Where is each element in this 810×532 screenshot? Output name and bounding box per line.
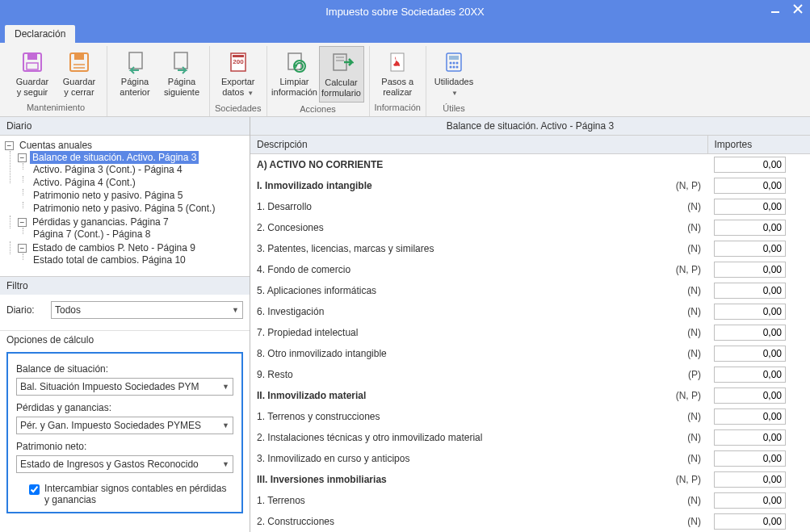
- row-description: 3. Patentes, licencias, marcas y similar…: [250, 238, 667, 259]
- tree-toggle-icon[interactable]: −: [18, 153, 27, 162]
- ribbon-group: Guardary seguirGuardary cerrarMantenimie…: [5, 46, 107, 116]
- svg-point-23: [449, 62, 451, 65]
- col-importes[interactable]: Importes: [707, 136, 810, 154]
- balance-combo[interactable]: Bal. Situación Impuesto Sociedades PYM ▼: [16, 378, 233, 396]
- tab-declaracion[interactable]: Declaración: [5, 25, 75, 43]
- row-value-cell: [707, 490, 792, 511]
- table-row: 3. Patentes, licencias, marcas y similar…: [250, 238, 810, 259]
- ribbon-button-pdf[interactable]: Pasos arealizar: [375, 46, 420, 101]
- row-description: 9. Resto: [250, 364, 667, 385]
- amount-input[interactable]: [714, 241, 786, 257]
- svg-rect-11: [174, 52, 187, 69]
- ribbon-button-clean[interactable]: Limpiarinformación: [272, 46, 317, 103]
- table-row: 4. Fondo de comercio(N, P): [250, 259, 810, 280]
- amount-input[interactable]: [714, 262, 786, 278]
- tree-view[interactable]: −Cuentas anuales −Balance de situación. …: [0, 136, 250, 277]
- row-tag: (N): [667, 238, 707, 259]
- ribbon-label: datos ▼: [222, 87, 254, 98]
- amount-input[interactable]: [714, 429, 786, 446]
- row-value-cell: [707, 280, 792, 301]
- ribbon-label: Limpiar: [279, 77, 308, 87]
- ribbon-group-title: Mantenimiento: [27, 101, 85, 113]
- amount-input[interactable]: [714, 157, 786, 173]
- row-note: [792, 301, 810, 322]
- ribbon-group: Pasos arealizarInformación: [370, 46, 426, 116]
- ribbon-button-save-close[interactable]: Guardary cerrar: [57, 46, 102, 101]
- amount-input[interactable]: [714, 325, 786, 341]
- close-icon[interactable]: [792, 3, 804, 15]
- table-row: 8. Otro inmovilizado intangible(N): [250, 343, 810, 364]
- pyg-combo[interactable]: Pér. y Gan. Impuesto Sociedades PYMES ▼: [16, 417, 233, 434]
- tree-node[interactable]: Estado de cambios P. Neto - Página 9: [30, 241, 198, 254]
- amount-input[interactable]: [714, 387, 786, 404]
- tree-root[interactable]: Cuentas anuales: [17, 139, 94, 152]
- clean-icon: [282, 49, 308, 75]
- amount-input[interactable]: [714, 346, 786, 362]
- col-descripcion[interactable]: Descripción: [250, 136, 707, 154]
- row-value-cell: [707, 343, 792, 364]
- chevron-down-icon: ▼: [222, 383, 229, 391]
- amount-input[interactable]: [714, 178, 786, 194]
- row-tag: (N, P): [667, 469, 707, 490]
- save-close-icon: [66, 49, 92, 75]
- amount-input[interactable]: [714, 471, 786, 488]
- ribbon-button-util[interactable]: Utilidades ▼: [431, 46, 476, 102]
- chevron-down-icon: ▼: [222, 460, 229, 468]
- ribbon-button-export[interactable]: 200Exportardatos ▼: [216, 46, 261, 102]
- minimize-icon[interactable]: [770, 3, 781, 15]
- amount-input[interactable]: [714, 283, 786, 299]
- ribbon-button-save[interactable]: Guardary seguir: [10, 46, 55, 101]
- ribbon-button-calc[interactable]: Calcularformulario: [319, 46, 364, 103]
- amount-input[interactable]: [714, 513, 786, 530]
- tree-toggle-icon[interactable]: −: [18, 244, 27, 253]
- ribbon-label: Pasos a: [381, 77, 413, 87]
- amount-input[interactable]: [714, 220, 786, 236]
- svg-point-28: [455, 66, 458, 69]
- ribbon-button-page-next[interactable]: Páginasiguiente: [159, 46, 204, 101]
- tree-item[interactable]: Estado total de cambios. Página 10: [31, 253, 188, 266]
- tree-node[interactable]: Pérdidas y ganancias. Página 7: [30, 216, 171, 228]
- diario-filter-combo[interactable]: Todos ▼: [51, 301, 243, 319]
- chevron-down-icon: ▼: [451, 90, 458, 97]
- row-tag: (N): [667, 448, 707, 469]
- page-prev-icon: [122, 49, 148, 75]
- ribbon-button-page-prev[interactable]: Páginaanterior: [112, 46, 157, 101]
- diario-filter-value: Todos: [55, 304, 81, 316]
- amount-input[interactable]: [714, 367, 786, 383]
- amount-input[interactable]: [714, 304, 786, 320]
- table-scroll[interactable]: Descripción Importes A) ACTIVO NO CORRIE…: [250, 136, 810, 532]
- amount-input[interactable]: [714, 492, 786, 509]
- ribbon-label: Página: [168, 77, 195, 87]
- row-tag: (N, P): [667, 259, 707, 280]
- ribbon-label: Página: [121, 77, 149, 87]
- row-note: [792, 259, 810, 280]
- svg-text:200: 200: [233, 58, 244, 65]
- patrimonio-combo[interactable]: Estado de Ingresos y Gastos Reconocido ▼: [16, 455, 233, 473]
- svg-point-25: [455, 62, 458, 65]
- row-description: 4. Fondo de comercio: [250, 259, 667, 280]
- tree-item[interactable]: Activo. Página 3 (Cont.) - Página 4: [31, 163, 185, 176]
- tree-item[interactable]: Patrimonio neto y pasivo. Página 5: [31, 189, 185, 202]
- ribbon-label: Calcular: [325, 77, 357, 88]
- swap-signs-checkbox[interactable]: [29, 484, 40, 495]
- tree-toggle-icon[interactable]: −: [18, 218, 27, 227]
- swap-signs-label: Intercambiar signos contables en pérdida…: [44, 483, 230, 505]
- tree-item[interactable]: Página 7 (Cont.) - Página 8: [31, 228, 153, 241]
- row-value-cell: [707, 217, 792, 238]
- row-note: [792, 322, 810, 343]
- pyg-label: Pérdidas y ganancias:: [16, 402, 233, 413]
- tree-toggle-icon[interactable]: −: [5, 141, 14, 150]
- table-row: 1. Desarrollo(N): [250, 196, 810, 217]
- row-note: [792, 448, 810, 469]
- amount-input[interactable]: [714, 450, 786, 467]
- ribbon-label: y cerrar: [64, 87, 94, 98]
- amount-input[interactable]: [714, 408, 786, 425]
- row-description: 1. Terrenos: [250, 490, 667, 511]
- row-note: [792, 406, 810, 427]
- row-tag: (N, P): [667, 175, 707, 196]
- row-description: 1. Desarrollo: [250, 196, 667, 217]
- tree-item[interactable]: Patrimonio neto y pasivo. Página 5 (Cont…: [31, 202, 217, 215]
- tree-item-selected[interactable]: Balance de situación. Activo. Página 3: [30, 151, 199, 164]
- amount-input[interactable]: [714, 199, 786, 215]
- tree-item[interactable]: Activo. Página 4 (Cont.): [31, 176, 138, 189]
